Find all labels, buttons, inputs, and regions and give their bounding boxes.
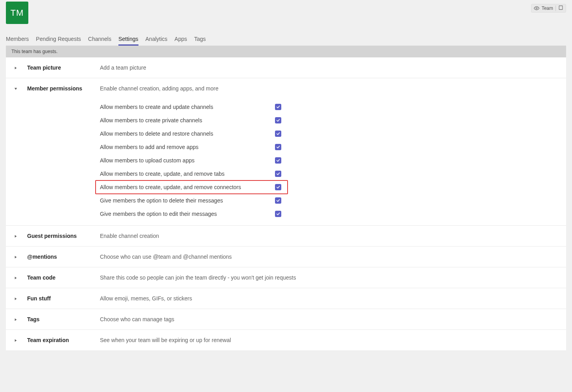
section-title[interactable]: Member permissions xyxy=(19,85,100,92)
section-title: @mentions xyxy=(19,254,100,260)
team-avatar: TM xyxy=(6,2,28,24)
permission-row: Allow members to add and remove apps xyxy=(100,140,557,154)
svg-marker-7 xyxy=(15,88,17,90)
permission-checkbox[interactable] xyxy=(275,131,281,137)
permission-checkbox[interactable] xyxy=(275,184,281,190)
section-title: Tags xyxy=(19,316,100,322)
section-desc: Choose who can use @team and @channel me… xyxy=(100,254,557,260)
svg-marker-13 xyxy=(15,339,17,342)
section-team-picture[interactable]: Team picture Add a team picture xyxy=(6,57,566,78)
tab-channels[interactable]: Channels xyxy=(88,36,111,46)
eye-icon xyxy=(534,6,539,11)
section-desc: See when your team will be expiring or u… xyxy=(100,337,557,343)
team-visibility-label: Team xyxy=(542,6,553,11)
tab-members[interactable]: Members xyxy=(6,36,29,46)
svg-marker-9 xyxy=(15,256,17,258)
tab-tags[interactable]: Tags xyxy=(194,36,206,46)
permission-checkbox[interactable] xyxy=(275,104,281,110)
section-title: Fun stuff xyxy=(19,295,100,302)
team-visibility-chip[interactable]: Team xyxy=(531,4,566,13)
permission-row: Give members the option to edit their me… xyxy=(100,207,557,221)
permission-label: Allow members to add and remove apps xyxy=(100,144,275,150)
permission-row: Allow members to delete and restore chan… xyxy=(100,127,557,140)
section-tags[interactable]: Tags Choose who can manage tags xyxy=(6,309,566,330)
chevron-right-icon xyxy=(14,66,18,70)
section-desc: Enable channel creation xyxy=(100,233,557,239)
chevron-right-icon xyxy=(14,255,18,259)
permission-checkbox[interactable] xyxy=(275,197,281,204)
permission-row: Allow members to create and update chann… xyxy=(100,100,557,114)
chevron-right-icon xyxy=(14,318,18,322)
permission-label: Allow members to create, update, and rem… xyxy=(100,184,275,190)
permission-checkbox[interactable] xyxy=(275,117,281,123)
chevron-right-icon xyxy=(14,276,18,280)
section-title: Team code xyxy=(19,274,100,281)
section-member-permissions: Member permissions Enable channel creati… xyxy=(6,78,566,226)
section-desc: Choose who can manage tags xyxy=(100,316,557,322)
permission-label: Allow members to create private channels xyxy=(100,117,275,123)
chevron-right-icon xyxy=(14,297,18,301)
permission-row: Give members the option to delete their … xyxy=(100,194,557,207)
permission-row: Allow members to create private channels xyxy=(100,114,557,127)
chevron-right-icon xyxy=(14,339,18,342)
permission-label: Allow members to upload custom apps xyxy=(100,157,275,164)
svg-marker-6 xyxy=(15,67,17,69)
tab-settings[interactable]: Settings xyxy=(118,36,138,46)
permissions-list: Allow members to create and update chann… xyxy=(100,100,557,221)
chevron-right-icon xyxy=(14,234,18,238)
svg-marker-8 xyxy=(15,235,17,237)
tab-pending-requests[interactable]: Pending Requests xyxy=(36,36,81,46)
permission-row: Allow members to upload custom apps xyxy=(100,154,557,167)
section-title: Team picture xyxy=(19,64,100,71)
permission-label: Allow members to delete and restore chan… xyxy=(100,131,275,137)
tab-apps[interactable]: Apps xyxy=(175,36,187,46)
section-title: Team expiration xyxy=(19,337,100,343)
svg-marker-10 xyxy=(15,277,17,279)
permission-label: Give members the option to edit their me… xyxy=(100,211,275,217)
permission-row: Allow members to create, update, and rem… xyxy=(100,167,557,180)
section-desc: Add a team picture xyxy=(100,64,557,71)
svg-point-0 xyxy=(536,7,537,9)
section-desc: Allow emoji, memes, GIFs, or stickers xyxy=(100,295,557,302)
section-team-expiration[interactable]: Team expiration See when your team will … xyxy=(6,330,566,350)
permission-label: Allow members to create and update chann… xyxy=(100,104,275,110)
section-title: Guest permissions xyxy=(19,233,100,239)
svg-marker-11 xyxy=(15,298,17,300)
guests-banner: This team has guests. xyxy=(6,46,566,57)
section-team-code[interactable]: Team code Share this code so people can … xyxy=(6,267,566,288)
section-desc: Enable channel creation, adding apps, an… xyxy=(100,85,557,92)
org-icon[interactable] xyxy=(558,5,563,11)
divider xyxy=(555,6,556,11)
section-mentions[interactable]: @mentions Choose who can use @team and @… xyxy=(6,247,566,267)
permission-checkbox[interactable] xyxy=(275,171,281,177)
section-desc: Share this code so people can join the t… xyxy=(100,274,557,281)
svg-marker-12 xyxy=(15,318,17,321)
permission-checkbox[interactable] xyxy=(275,211,281,217)
svg-rect-1 xyxy=(559,6,563,10)
chevron-down-icon[interactable] xyxy=(14,87,18,91)
permission-label: Give members the option to delete their … xyxy=(100,197,275,204)
permission-label: Allow members to create, update, and rem… xyxy=(100,171,275,177)
settings-panel: Team picture Add a team picture Member p… xyxy=(6,57,566,350)
tab-bar: Members Pending Requests Channels Settin… xyxy=(6,36,566,46)
section-guest-permissions[interactable]: Guest permissions Enable channel creatio… xyxy=(6,226,566,247)
tab-analytics[interactable]: Analytics xyxy=(146,36,168,46)
permission-checkbox[interactable] xyxy=(275,144,281,150)
permission-row: Allow members to create, update, and rem… xyxy=(100,180,557,194)
section-fun-stuff[interactable]: Fun stuff Allow emoji, memes, GIFs, or s… xyxy=(6,288,566,309)
permission-checkbox[interactable] xyxy=(275,157,281,164)
